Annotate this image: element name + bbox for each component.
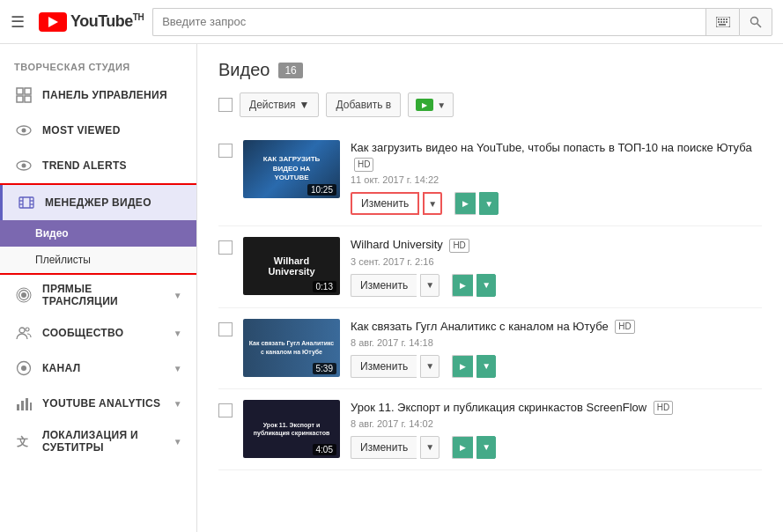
video-thumbnail-1: КАК ЗАГРУЗИТЬВИДЕО НАYOUTUBE 10:25 [243, 140, 340, 198]
svg-point-30 [19, 328, 25, 333]
svg-rect-14 [17, 96, 23, 102]
video-date-3: 8 авг. 2017 г. 14:18 [351, 337, 762, 348]
hd-badge-3: HD [615, 320, 634, 334]
video-title-3: Как связать Гугл Аналитикс с каналом на … [351, 319, 762, 335]
sidebar-item-dashboard[interactable]: ПАНЕЛЬ УПРАВЛЕНИЯ [0, 78, 196, 113]
edit-dropdown-3[interactable]: ▼ [420, 355, 440, 378]
edit-dropdown-4[interactable]: ▼ [420, 436, 440, 459]
sidebar-item-label: КАНАЛ [42, 362, 165, 374]
sidebar-sub-item-videos[interactable]: Видео [0, 220, 196, 247]
actions-button[interactable]: Действия ▼ [240, 92, 319, 117]
sidebar: ТВОРЧЕСКАЯ СТУДИЯ ПАНЕЛЬ УПРАВЛЕНИЯ MOST… [0, 44, 197, 532]
add-to-button[interactable]: Добавить в [326, 92, 401, 117]
upload-icon [416, 99, 433, 111]
svg-rect-20 [19, 197, 33, 208]
row-checkbox-4[interactable] [218, 400, 233, 417]
search-icon[interactable] [739, 8, 772, 36]
video-thumbnail-3: Как связать Гугл Аналитикс с каналом на … [243, 319, 340, 377]
video-actions-3: Изменить ▼ ▼ [351, 355, 762, 378]
sidebar-item-community[interactable]: СООБЩЕСТВО ▼ [0, 315, 196, 351]
svg-rect-3 [723, 18, 725, 20]
svg-text:文: 文 [17, 435, 28, 448]
play-dropdown-1[interactable]: ▼ [479, 192, 499, 215]
svg-point-33 [21, 366, 26, 371]
search-input[interactable] [152, 8, 705, 36]
chevron-down-icon: ▼ [174, 364, 182, 373]
translate-icon: 文 [14, 432, 33, 451]
play-dropdown-2[interactable]: ▼ [476, 274, 496, 297]
video-date-2: 3 сент. 2017 г. 2:16 [351, 256, 762, 267]
chevron-down-icon: ▼ [174, 437, 182, 447]
eye-icon-2 [14, 156, 33, 175]
sidebar-sub-item-playlists[interactable]: Плейлисты [0, 247, 196, 273]
upload-button[interactable]: ▼ [408, 92, 454, 117]
video-duration-2: 0:13 [313, 281, 336, 292]
yt-logo-icon [39, 12, 67, 32]
video-actions-1: Изменить ▼ ▼ [351, 192, 762, 215]
play-dropdown-3[interactable]: ▼ [476, 355, 496, 378]
edit-button-3[interactable]: Изменить [351, 355, 417, 378]
svg-rect-6 [720, 21, 722, 23]
row-checkbox-1[interactable] [218, 140, 233, 158]
page-title-row: Видео 16 [218, 60, 762, 80]
menu-icon[interactable]: ☰ [11, 12, 25, 32]
sidebar-item-live[interactable]: ПРЯМЫЕ ТРАНСЛЯЦИИ ▼ [0, 275, 196, 315]
svg-line-11 [757, 23, 762, 27]
edit-dropdown-1[interactable]: ▼ [423, 192, 442, 215]
video-title-2: Wilhard University HD [351, 237, 762, 253]
video-title-4: Урок 11. Экспорт и публикация скринкасто… [351, 400, 762, 416]
video-title-1: Как загрузить видео на YouTube, чтобы по… [351, 140, 762, 172]
edit-button-2[interactable]: Изменить [351, 274, 417, 297]
table-row: Урок 11. Экспорт и публикация скринкасто… [218, 389, 762, 470]
row-checkbox-3[interactable] [218, 319, 233, 336]
header: ☰ YouTubeTH [0, 0, 783, 44]
sidebar-item-label: ПАНЕЛЬ УПРАВЛЕНИЯ [42, 89, 182, 101]
video-info-2: Wilhard University HD 3 сент. 2017 г. 2:… [351, 237, 762, 296]
row-checkbox-2[interactable] [218, 237, 233, 255]
sidebar-item-most-viewed[interactable]: MOST VIEWED [0, 113, 196, 148]
svg-rect-12 [17, 88, 23, 94]
page-title: Видео [218, 60, 270, 80]
svg-rect-35 [21, 401, 24, 410]
svg-point-31 [26, 328, 29, 331]
edit-dropdown-2[interactable]: ▼ [420, 274, 440, 297]
video-actions-2: Изменить ▼ ▼ [351, 274, 762, 297]
sidebar-item-label: MOST VIEWED [42, 124, 182, 137]
sidebar-item-trend-alerts[interactable]: TREND ALERTS [0, 148, 196, 183]
play-dropdown-4[interactable]: ▼ [476, 436, 496, 459]
select-all-checkbox[interactable] [218, 98, 233, 112]
svg-rect-2 [720, 18, 722, 20]
svg-rect-9 [719, 24, 726, 26]
video-duration-3: 5:39 [313, 363, 336, 374]
svg-rect-1 [718, 18, 720, 20]
play-button-3[interactable] [452, 355, 473, 378]
sidebar-section-title: ТВОРЧЕСКАЯ СТУДИЯ [0, 53, 196, 78]
edit-button-4[interactable]: Изменить [351, 436, 417, 459]
film-icon [17, 193, 36, 212]
sidebar-item-channel[interactable]: КАНАЛ ▼ [0, 351, 196, 386]
youtube-logo[interactable]: YouTubeTH [39, 12, 144, 32]
sidebar-item-label: TREND ALERTS [42, 159, 182, 172]
play-button-4[interactable] [452, 436, 473, 459]
channel-icon [14, 358, 33, 378]
actions-chevron-icon: ▼ [299, 99, 310, 111]
grid-icon [14, 85, 33, 105]
table-row: КАК ЗАГРУЗИТЬВИДЕО НАYOUTUBE 10:25 Как з… [218, 129, 762, 226]
chevron-down-icon: ▼ [174, 329, 182, 338]
people-icon [14, 323, 33, 343]
yt-logo-text: YouTubeTH [70, 12, 144, 31]
toolbar: Действия ▼ Добавить в ▼ [218, 92, 762, 117]
video-date-1: 11 окт. 2017 г. 14:22 [351, 174, 762, 185]
sidebar-item-label: YOUTUBE ANALYTICS [42, 397, 165, 410]
sidebar-item-video-manager[interactable]: МЕНЕДЖЕР ВИДЕО [0, 185, 196, 220]
video-actions-4: Изменить ▼ ▼ [351, 436, 762, 459]
play-button-2[interactable] [452, 274, 473, 297]
sidebar-sub-menu: Видео Плейлисты [0, 220, 196, 273]
keyboard-icon[interactable] [705, 8, 739, 36]
svg-rect-7 [723, 21, 725, 23]
play-button-1[interactable] [454, 192, 476, 215]
sidebar-item-localization[interactable]: 文 ЛОКАЛИЗАЦИЯ И СУБТИТРЫ ▼ [0, 421, 196, 462]
edit-button-1[interactable]: Изменить [351, 192, 419, 215]
hd-badge-2: HD [449, 239, 469, 253]
sidebar-item-analytics[interactable]: YOUTUBE ANALYTICS ▼ [0, 386, 196, 421]
